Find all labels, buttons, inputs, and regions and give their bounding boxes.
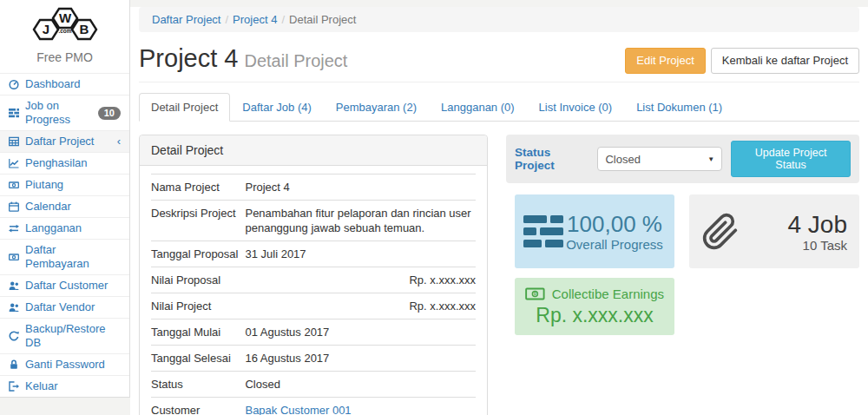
row-label: Tanggal Proposal — [151, 241, 245, 267]
breadcrumb-separator: / — [277, 13, 289, 26]
overall-progress-card: 100,00 % Overall Progress — [515, 194, 674, 268]
status-project-label: Status Project — [515, 146, 589, 172]
money-icon: 0 — [525, 287, 545, 300]
tab-pembayaran[interactable]: Pembayaran (2) — [324, 93, 429, 122]
tasks-icon — [9, 108, 19, 118]
sidebar-item-label: Langganan — [25, 221, 82, 235]
row-value: Rp. x.xxx.xxx — [245, 293, 476, 319]
table-row: Tanggal Proposal 31 Juli 2017 — [151, 241, 476, 267]
sidebar-item-label: Calendar — [25, 200, 71, 214]
sidebar-item-keluar[interactable]: Keluar — [0, 375, 129, 397]
tab-daftar-job[interactable]: Daftar Job (4) — [230, 93, 323, 122]
line-chart-icon — [9, 158, 19, 168]
exchange-icon — [9, 223, 19, 234]
sidebar-item-ganti-password[interactable]: Ganti Password — [0, 353, 129, 375]
tab-detail-project[interactable]: Detail Project — [139, 93, 230, 122]
panel-body: Nama Project Project 4 Deskripsi Project… — [140, 166, 487, 415]
back-to-project-list-button[interactable]: Kembali ke daftar Project — [711, 48, 859, 74]
sidebar-item-label: Keluar — [25, 379, 58, 393]
sidebar-item-label: Backup/Restore DB — [25, 322, 121, 350]
table-row: Nama Project Project 4 — [151, 175, 476, 201]
app-logo[interactable]: W J B .com — [0, 0, 129, 49]
jwb-hexagon-logo-icon: W J B .com — [25, 5, 105, 43]
sidebar-item-label: Daftar Project — [25, 135, 94, 148]
sidebar-item-label: Daftar Vendor — [25, 300, 95, 314]
jobs-value: 4 Job — [740, 211, 847, 238]
row-value: Closed — [245, 372, 476, 398]
sidebar-item-label: Job on Progress — [25, 99, 92, 127]
status-selected-value: Closed — [605, 153, 640, 166]
row-value: 16 Agustus 2017 — [245, 346, 476, 372]
sign-out-icon — [9, 381, 19, 392]
row-value: Penambahan fitur pelaporan dan rincian u… — [245, 201, 476, 241]
table-row: Deskripsi Project Penambahan fitur pelap… — [151, 201, 476, 241]
earnings-value: Rp. x.xxx.xxx — [525, 304, 664, 327]
tab-list-dokumen[interactable]: List Dokumen (1) — [624, 93, 734, 122]
tasks-count-label: 10 Task — [740, 238, 847, 253]
table-row: Tanggal Selesai 16 Agustus 2017 — [151, 346, 476, 372]
sidebar-item-daftar-customer[interactable]: Daftar Customer — [0, 274, 129, 296]
sidebar-item-dashboard[interactable]: Dashboard — [0, 73, 129, 95]
sidebar-item-label: Penghasilan — [25, 156, 88, 170]
sidebar-item-langganan[interactable]: Langganan — [0, 217, 129, 239]
svg-text:W: W — [58, 10, 71, 25]
sidebar-item-daftar-project[interactable]: Daftar Project ‹ — [0, 130, 129, 152]
users-icon — [9, 302, 19, 313]
page-subtitle: Detail Project — [244, 51, 347, 70]
row-label: Deskripsi Project — [151, 201, 245, 241]
breadcrumb-daftar-project[interactable]: Daftar Project — [152, 13, 220, 26]
sidebar-item-daftar-vendor[interactable]: Daftar Vendor — [0, 296, 129, 318]
sidebar-item-label: Daftar Customer — [25, 279, 108, 293]
svg-text:J: J — [42, 22, 49, 36]
sidebar-item-backup-restore-db[interactable]: Backup/Restore DB — [0, 318, 129, 353]
row-value: Rp. x.xxx.xxx — [245, 267, 476, 293]
customer-link[interactable]: Bapak Customer 001 — [245, 404, 351, 415]
earnings-row: 0 Collectibe Earnings Rp. x.xxx.xxx — [506, 278, 859, 335]
tab-bar: Detail Project Daftar Job (4) Pembayaran… — [139, 93, 859, 122]
lock-icon — [9, 359, 19, 370]
sidebar-item-piutang[interactable]: Piutang — [0, 174, 129, 195]
brand-name: Free PMO — [0, 49, 129, 73]
breadcrumb-current: Detail Project — [289, 13, 356, 26]
row-label: Nama Project — [151, 175, 245, 201]
money-icon — [9, 252, 19, 262]
table-row: Customer Bapak Customer 001 — [151, 398, 476, 415]
status-select[interactable]: Closed ▼ — [597, 147, 722, 171]
progress-text: 100,00 % Overall Progress — [563, 211, 666, 252]
earnings-label: Collectibe Earnings — [552, 287, 664, 301]
right-column: Status Project Closed ▼ Update Project S… — [506, 135, 859, 415]
row-label: Nilai Project — [151, 293, 245, 319]
chevron-left-icon: ‹ — [117, 136, 121, 147]
edit-project-button[interactable]: Edit Project — [625, 48, 705, 74]
row-label: Nilai Proposal — [151, 267, 245, 293]
breadcrumb-project-4[interactable]: Project 4 — [233, 13, 277, 26]
sidebar: W J B .com Free PMO Dashboard Job on Pro… — [0, 0, 130, 398]
sidebar-item-calendar[interactable]: Calendar — [0, 195, 129, 217]
sidebar-item-label: Dashboard — [25, 77, 81, 91]
users-icon — [9, 280, 19, 291]
row-label: Tanggal Selesai — [151, 346, 245, 372]
row-label: Customer — [151, 398, 245, 415]
money-icon — [9, 180, 19, 190]
panel-title: Detail Project — [140, 135, 487, 166]
refresh-icon — [9, 331, 19, 341]
jobs-card: 4 Job 10 Task — [689, 194, 859, 268]
progress-value: 100,00 % — [563, 211, 666, 237]
sidebar-item-label: Daftar Pembayaran — [25, 243, 121, 271]
table-icon — [9, 136, 19, 147]
sidebar-item-penghasilan[interactable]: Penghasilan — [0, 152, 129, 174]
sidebar-item-job-on-progress[interactable]: Job on Progress 10 — [0, 95, 129, 130]
table-row: Status Closed — [151, 372, 476, 398]
row-value: Project 4 — [245, 175, 476, 201]
tab-langganan[interactable]: Langganan (0) — [429, 93, 527, 122]
sidebar-item-daftar-pembayaran[interactable]: Daftar Pembayaran — [0, 239, 129, 274]
breadcrumb: Daftar Project/Project 4/Detail Project — [139, 7, 859, 32]
tab-list-invoice[interactable]: List Invoice (0) — [527, 93, 625, 122]
sidebar-item-label: Ganti Password — [25, 358, 105, 372]
breadcrumb-separator: / — [220, 13, 233, 26]
update-project-status-button[interactable]: Update Project Status — [731, 141, 851, 177]
dashboard-icon — [9, 79, 19, 89]
progress-label: Overall Progress — [563, 237, 666, 252]
sidebar-item-label: Piutang — [25, 178, 63, 192]
calendar-icon — [9, 201, 19, 212]
